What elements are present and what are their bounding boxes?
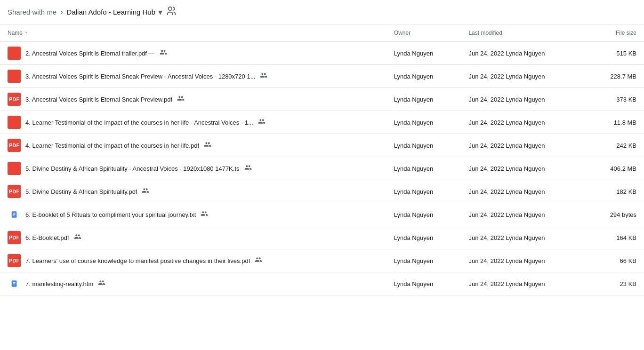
file-table: Name ↑ Owner Last modified File size 2. …: [0, 24, 644, 295]
table-row[interactable]: 7. manifesting-reality.htm Lynda Nguyen …: [0, 272, 644, 295]
file-type-icon: PDF: [8, 93, 21, 106]
shared-icon: [142, 187, 149, 196]
file-name: 4. Learner Testimonial of the impact of …: [25, 142, 199, 149]
size-cell: 11.8 MB: [587, 111, 644, 134]
table-row[interactable]: 6. E-booklet of 5 Rituals to compliment …: [0, 203, 644, 226]
shared-icon: [160, 48, 167, 58]
breadcrumb-folder-name: Dalian Adofo - Learning Hub: [67, 8, 155, 16]
file-type-icon: [8, 162, 21, 175]
shared-icon: [255, 256, 262, 265]
table-row[interactable]: PDF 5. Divine Destiny & African Spiritua…: [0, 180, 644, 203]
size-cell: 182 KB: [587, 180, 644, 203]
shared-icon: [244, 164, 252, 173]
size-cell: 373 KB: [587, 88, 644, 111]
file-name: 3. Ancestral Voices Spirit is Eternal Sn…: [25, 96, 172, 103]
col-last-modified[interactable]: Last modified: [461, 24, 587, 42]
modified-cell: Jun 24, 2022 Lynda Nguyen: [461, 88, 587, 111]
file-name-cell[interactable]: PDF 6. E-Booklet.pdf: [0, 226, 386, 249]
svg-point-0: [169, 7, 172, 10]
size-cell: 515 KB: [587, 42, 644, 65]
file-name: 7. manifesting-reality.htm: [25, 280, 93, 287]
file-type-icon: PDF: [8, 139, 21, 152]
size-cell: 228.7 MB: [587, 65, 644, 88]
owner-cell: Lynda Nguyen: [386, 272, 461, 295]
file-name: 6. E-booklet of 5 Rituals to compliment …: [25, 211, 196, 218]
table-row[interactable]: PDF 7. Learners' use of course knowledge…: [0, 249, 644, 272]
file-name: 7. Learners' use of course knowledge to …: [25, 257, 250, 264]
owner-cell: Lynda Nguyen: [386, 134, 461, 157]
file-type-icon: [8, 277, 21, 290]
file-type-icon: [8, 116, 21, 129]
breadcrumb-folder[interactable]: Dalian Adofo - Learning Hub ▾: [67, 7, 162, 17]
shared-icon: [98, 279, 105, 288]
table-row[interactable]: 3. Ancestral Voices Spirit is Eternal Sn…: [0, 65, 644, 88]
shared-icon: [201, 210, 208, 219]
owner-cell: Lynda Nguyen: [386, 157, 461, 180]
file-type-icon: [8, 70, 21, 83]
table-header-row: Name ↑ Owner Last modified File size: [0, 24, 644, 42]
shared-icon: [204, 141, 211, 150]
owner-cell: Lynda Nguyen: [386, 111, 461, 134]
owner-cell: Lynda Nguyen: [386, 42, 461, 65]
file-name: 2. Ancestral Voices Spirit is Eternal tr…: [25, 50, 155, 57]
modified-cell: Jun 24, 2022 Lynda Nguyen: [461, 65, 587, 88]
file-name-cell[interactable]: PDF 7. Learners' use of course knowledge…: [0, 249, 386, 272]
file-name: 5. Divine Destiny & African Spirituality…: [25, 188, 137, 195]
file-name: 3. Ancestral Voices Spirit is Eternal Sn…: [25, 73, 255, 80]
col-owner[interactable]: Owner: [386, 24, 461, 42]
file-name-cell[interactable]: 3. Ancestral Voices Spirit is Eternal Sn…: [0, 65, 386, 88]
file-name-cell[interactable]: 6. E-booklet of 5 Rituals to compliment …: [0, 203, 386, 226]
modified-cell: Jun 24, 2022 Lynda Nguyen: [461, 272, 587, 295]
file-name-cell[interactable]: PDF 4. Learner Testimonial of the impact…: [0, 134, 386, 157]
breadcrumb-separator: ›: [60, 8, 63, 16]
size-cell: 406.2 MB: [587, 157, 644, 180]
table-row[interactable]: 2. Ancestral Voices Spirit is Eternal tr…: [0, 42, 644, 65]
shared-icon: [74, 233, 81, 242]
table-row[interactable]: PDF 4. Learner Testimonial of the impact…: [0, 134, 644, 157]
file-name-cell[interactable]: PDF 3. Ancestral Voices Spirit is Eterna…: [0, 88, 386, 111]
shared-icon: [260, 72, 267, 81]
modified-cell: Jun 24, 2022 Lynda Nguyen: [461, 180, 587, 203]
file-type-icon: [8, 47, 21, 60]
file-type-icon: PDF: [8, 185, 21, 198]
table-row[interactable]: 4. Learner Testimonial of the impact of …: [0, 111, 644, 134]
breadcrumb-shared-with-me[interactable]: Shared with me: [8, 8, 56, 16]
size-cell: 23 KB: [587, 272, 644, 295]
modified-cell: Jun 24, 2022 Lynda Nguyen: [461, 249, 587, 272]
size-cell: 66 KB: [587, 249, 644, 272]
shared-icon: [258, 118, 266, 127]
file-type-icon: PDF: [8, 231, 21, 244]
file-name: 4. Learner Testimonial of the impact of …: [25, 119, 253, 126]
file-name-cell[interactable]: 4. Learner Testimonial of the impact of …: [0, 111, 386, 134]
sort-arrow-icon: ↑: [24, 29, 28, 37]
owner-cell: Lynda Nguyen: [386, 203, 461, 226]
owner-cell: Lynda Nguyen: [386, 65, 461, 88]
size-cell: 294 bytes: [587, 203, 644, 226]
shared-icon: [177, 95, 185, 104]
file-name-cell[interactable]: PDF 5. Divine Destiny & African Spiritua…: [0, 180, 386, 203]
modified-cell: Jun 24, 2022 Lynda Nguyen: [461, 203, 587, 226]
modified-cell: Jun 24, 2022 Lynda Nguyen: [461, 157, 587, 180]
modified-cell: Jun 24, 2022 Lynda Nguyen: [461, 111, 587, 134]
file-name: 6. E-Booklet.pdf: [25, 234, 69, 241]
file-name-cell[interactable]: 7. manifesting-reality.htm: [0, 272, 386, 295]
owner-cell: Lynda Nguyen: [386, 226, 461, 249]
people-icon[interactable]: [166, 6, 177, 18]
owner-cell: Lynda Nguyen: [386, 249, 461, 272]
col-file-size[interactable]: File size: [587, 24, 644, 42]
file-name-cell[interactable]: 2. Ancestral Voices Spirit is Eternal tr…: [0, 42, 386, 65]
table-row[interactable]: 5. Divine Destiny & African Spirituality…: [0, 157, 644, 180]
col-name[interactable]: Name ↑: [0, 24, 386, 42]
file-type-icon: [8, 208, 21, 221]
modified-cell: Jun 24, 2022 Lynda Nguyen: [461, 134, 587, 157]
breadcrumb: Shared with me › Dalian Adofo - Learning…: [0, 0, 644, 24]
file-name: 5. Divine Destiny & African Spirituality…: [25, 165, 240, 172]
file-type-icon: PDF: [8, 254, 21, 267]
table-row[interactable]: PDF 6. E-Booklet.pdf Lynda Nguyen Jun 24…: [0, 226, 644, 249]
file-name-cell[interactable]: 5. Divine Destiny & African Spirituality…: [0, 157, 386, 180]
owner-cell: Lynda Nguyen: [386, 88, 461, 111]
modified-cell: Jun 24, 2022 Lynda Nguyen: [461, 226, 587, 249]
chevron-down-icon[interactable]: ▾: [158, 7, 162, 17]
table-row[interactable]: PDF 3. Ancestral Voices Spirit is Eterna…: [0, 88, 644, 111]
size-cell: 242 KB: [587, 134, 644, 157]
